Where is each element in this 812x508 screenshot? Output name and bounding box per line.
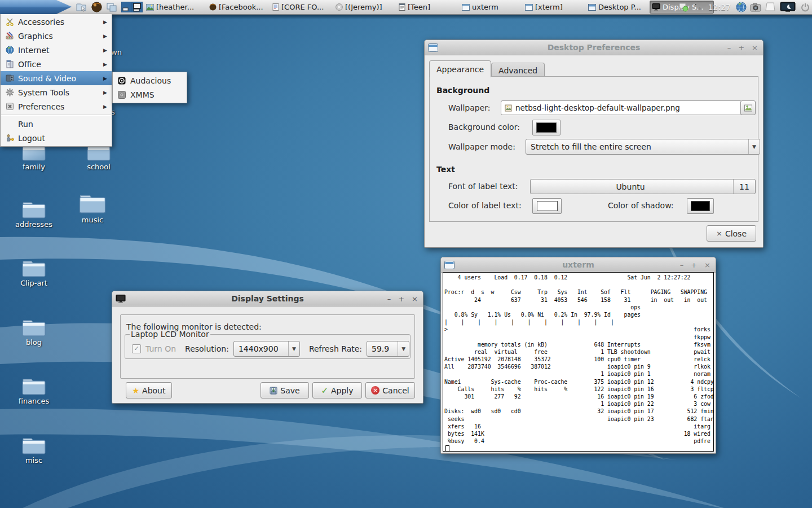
desktop-icon-addresses[interactable]: addresses — [3, 199, 65, 229]
wallpaper-mode-dropdown[interactable]: Stretch to fill the entire screen ▼ — [526, 139, 760, 155]
about-button[interactable]: ★ About — [126, 382, 172, 398]
task-heather[interactable]: [heather... — [144, 1, 206, 13]
desktop-icon-blog[interactable]: blog — [3, 317, 65, 347]
folder-icon — [78, 191, 107, 214]
maximize-button[interactable]: + — [738, 44, 744, 51]
terminal-window-icon — [444, 261, 454, 269]
wallpaper-mode-value: Stretch to fill the entire screen — [531, 142, 651, 151]
terminal-line: xfers 16 itarg — [444, 423, 713, 430]
close-dialog-button[interactable]: × Close — [707, 225, 756, 242]
monitor-group: Laptop LCD Monitor ✓ Turn On Resolution:… — [125, 330, 411, 359]
no-icon — [5, 120, 14, 129]
screenshot-camera-icon[interactable] — [750, 2, 761, 13]
desktop-pager-icon[interactable] — [765, 2, 776, 13]
terminal-line: > forks — [444, 326, 713, 333]
monitor-detect-frame: The following monitor is detected: Lapto… — [120, 314, 415, 379]
shadow-color-swatch[interactable] — [687, 198, 714, 214]
tab-appearance[interactable]: Appearance — [429, 60, 491, 77]
apply-button[interactable]: ✓ Apply — [312, 382, 362, 398]
menu-item-accessories[interactable]: Accessories ▶ — [1, 15, 112, 29]
launcher-area — [75, 1, 143, 13]
menu-item-office[interactable]: Office ▶ — [1, 57, 112, 71]
close-button[interactable]: × — [704, 261, 710, 269]
background-color-swatch[interactable] — [532, 120, 561, 135]
display-settings-titlebar[interactable]: Display Settings – + × — [112, 291, 423, 306]
desktop-preferences-titlebar[interactable]: Desktop Preferences – + × — [425, 40, 763, 55]
task-jeremy[interactable]: [(Jeremy)] — [334, 1, 396, 13]
minimize-button[interactable]: – — [387, 295, 391, 303]
maximize-button[interactable]: + — [398, 295, 404, 303]
uxterm-titlebar[interactable]: uxterm – + × — [441, 257, 716, 273]
menu-item-run[interactable]: Run — [1, 117, 112, 131]
task-uxterm[interactable]: uxterm — [460, 1, 522, 13]
refresh-rate-dropdown[interactable]: 59.9 ▼ — [367, 341, 409, 357]
close-button[interactable]: × — [752, 44, 758, 51]
submenu-item-label: XMMS — [130, 90, 155, 99]
save-button[interactable]: Save — [261, 382, 309, 398]
terminal-line: 4 users Load 0.17 0.18 0.12 Sat Jun 2 12… — [444, 274, 713, 281]
panel-shadow — [0, 14, 812, 19]
menu-item-label: Run — [18, 120, 33, 129]
menu-item-label: Accessories — [18, 17, 64, 27]
web-browser-icon[interactable] — [90, 1, 103, 13]
close-button[interactable]: × — [412, 295, 418, 303]
terminal-line: 1 ioapic0 pin 22 3 cow — [444, 400, 713, 408]
network-traffic-icon[interactable] — [692, 2, 704, 13]
maximize-button[interactable]: + — [691, 261, 697, 269]
task-xterm[interactable]: [xterm] — [523, 1, 585, 13]
terminal-cursor-line — [444, 445, 713, 452]
desktop-icon-clip-art[interactable]: Clip-art — [3, 257, 65, 287]
cancel-button[interactable]: × Cancel — [365, 382, 415, 398]
start-menu-button[interactable] — [0, 0, 72, 14]
shadow-color-label: Color of shadow: — [608, 201, 674, 210]
minimize-button[interactable]: – — [680, 261, 684, 269]
background-color-fill — [536, 122, 557, 133]
folder-icon — [21, 199, 47, 219]
desktop-icon-music[interactable]: music — [61, 191, 123, 224]
tab-advanced[interactable]: Advanced — [491, 63, 545, 77]
menu-item-label: Logout — [18, 134, 45, 143]
turn-on-label: Turn On — [145, 344, 176, 353]
font-label: Font of label text: — [448, 182, 518, 191]
task-teen[interactable]: [Teen] — [397, 1, 459, 13]
workspace-pager-icon[interactable] — [121, 1, 143, 13]
clock[interactable]: 12:27 — [707, 3, 732, 12]
turn-on-checkbox[interactable]: ✓ — [132, 344, 141, 353]
task-label: [xterm] — [535, 3, 563, 11]
terminal-line: 1 ioapic0 pin 1 noram — [444, 370, 713, 378]
task-label: [Teen] — [408, 3, 430, 11]
clipped-icon-label: wn — [111, 48, 122, 56]
menu-item-system-tools[interactable]: System Tools ▶ — [1, 85, 112, 99]
globe-icon[interactable] — [735, 2, 747, 13]
monitor-name: Laptop LCD Monitor — [130, 330, 210, 339]
minimize-button[interactable]: – — [727, 44, 731, 51]
task-facebook[interactable]: [Facebook... — [208, 1, 270, 13]
terminal-line: 24 637 31 4053 546 158 31 in out in out — [444, 296, 713, 304]
desktop-icon-finances[interactable]: finances — [3, 375, 65, 405]
desktop-icon-misc[interactable]: misc — [3, 435, 65, 465]
submenu-item-audacious[interactable]: Audacious — [113, 73, 187, 87]
power-icon[interactable] — [800, 2, 811, 13]
menu-item-sound-video[interactable]: Sound & Video ▶ — [1, 71, 112, 85]
terminal-line: Disks: wd0 sd0 cd0 32 ioapic0 pin 17 512… — [444, 408, 713, 415]
wallpaper-entry[interactable]: netbsd-light-desktop-default-wallpaper.p… — [501, 100, 742, 115]
font-button[interactable]: Ubuntu 11 — [530, 179, 756, 194]
wallpaper-browse-button[interactable] — [740, 100, 756, 115]
taskbar: [heather... [Facebook... [CORE FO... [(J… — [0, 0, 812, 15]
menu-item-graphics[interactable]: Graphics ▶ — [1, 29, 112, 43]
screensaver-icon[interactable] — [779, 2, 796, 13]
resolution-dropdown[interactable]: 812x508 ▼ — [233, 341, 300, 357]
submenu-item-xmms[interactable]: XMMS — [113, 87, 187, 102]
messenger-icon[interactable] — [678, 2, 689, 13]
menu-item-preferences[interactable]: Preferences ▶ — [1, 99, 112, 113]
window-list-icon[interactable] — [105, 1, 118, 13]
menu-item-logout[interactable]: Logout — [1, 131, 112, 145]
menu-item-internet[interactable]: Internet ▶ — [1, 43, 112, 57]
task-desktop-preferences[interactable]: Desktop P... — [586, 1, 648, 13]
label-color-swatch[interactable] — [532, 198, 562, 214]
terminal[interactable]: 4 users Load 0.17 0.18 0.12 Sat Jun 2 12… — [443, 272, 714, 452]
menu-item-label: Internet — [18, 46, 50, 55]
file-manager-icon[interactable] — [75, 1, 87, 13]
font-size: 11 — [733, 179, 755, 194]
task-core[interactable]: [CORE FO... — [271, 1, 333, 13]
